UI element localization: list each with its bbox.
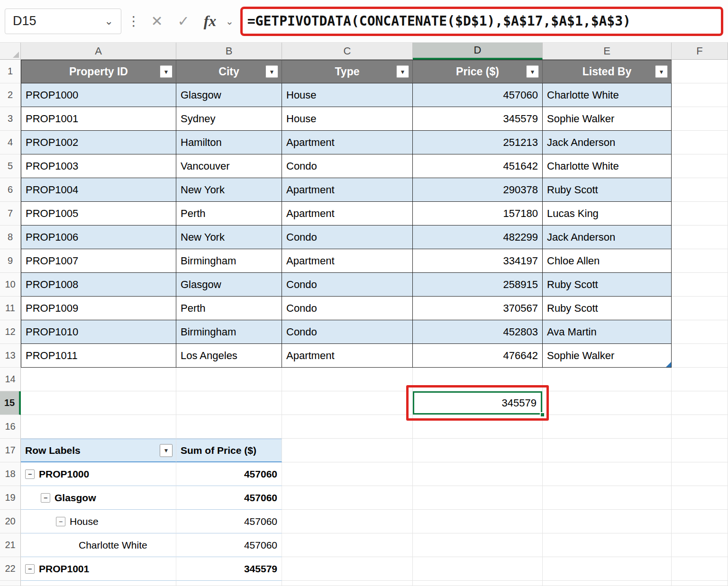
- cell[interactable]: Los Angeles: [176, 344, 282, 368]
- cell[interactable]: [21, 391, 176, 415]
- cell[interactable]: 451642: [413, 154, 543, 178]
- cell[interactable]: [543, 510, 672, 533]
- pivot-row-labels-header[interactable]: Row Labels▼: [21, 439, 176, 462]
- cell[interactable]: Glasgow: [176, 83, 282, 107]
- cell[interactable]: PROP1005: [21, 202, 176, 225]
- cell[interactable]: [543, 581, 672, 586]
- cell[interactable]: [672, 154, 728, 178]
- cell[interactable]: Condo: [282, 154, 413, 178]
- cell[interactable]: [543, 557, 672, 581]
- row-header[interactable]: 10: [0, 273, 21, 297]
- cell[interactable]: 476642: [413, 344, 543, 368]
- cell[interactable]: [672, 178, 728, 202]
- cell[interactable]: [543, 391, 672, 415]
- cell[interactable]: PROP1009: [21, 297, 176, 320]
- cell[interactable]: [672, 581, 728, 586]
- cell[interactable]: [282, 462, 413, 486]
- cell[interactable]: [413, 581, 543, 586]
- cell[interactable]: Hamilton: [176, 131, 282, 154]
- row-header[interactable]: 21: [0, 533, 21, 557]
- row-header[interactable]: 6: [0, 178, 21, 202]
- cell[interactable]: [176, 391, 282, 415]
- cell[interactable]: [282, 439, 413, 462]
- cell[interactable]: PROP1001: [21, 107, 176, 131]
- cell[interactable]: Vancouver: [176, 154, 282, 178]
- cell[interactable]: PROP1010: [21, 320, 176, 344]
- cell[interactable]: [672, 107, 728, 131]
- cell[interactable]: Birmingham: [176, 249, 282, 273]
- cell[interactable]: [413, 486, 543, 510]
- table-header-cell[interactable]: Listed By▼: [543, 60, 672, 83]
- cell[interactable]: [282, 415, 413, 439]
- chevron-down-icon[interactable]: ⌄: [226, 16, 234, 27]
- cell[interactable]: [282, 391, 413, 415]
- row-header-selected[interactable]: 15: [0, 391, 21, 415]
- cell[interactable]: [672, 533, 728, 557]
- cell[interactable]: [672, 249, 728, 273]
- cell[interactable]: PROP1003: [21, 154, 176, 178]
- cell[interactable]: [282, 557, 413, 581]
- formula-input[interactable]: =GETPIVOTDATA(CONCATENATE($D$1),$A$17,$A…: [240, 7, 723, 36]
- collapse-icon[interactable]: −: [25, 469, 35, 479]
- collapse-icon[interactable]: −: [25, 564, 35, 574]
- column-header-e[interactable]: E: [543, 43, 672, 60]
- pivot-values-header[interactable]: Sum of Price ($): [176, 439, 282, 462]
- cell[interactable]: [21, 581, 176, 586]
- cell[interactable]: [21, 415, 176, 439]
- pivot-label-cell[interactable]: −House: [21, 510, 176, 533]
- cell[interactable]: Charlotte White: [543, 83, 672, 107]
- cell[interactable]: 345579: [413, 107, 543, 131]
- cell[interactable]: House: [282, 107, 413, 131]
- cell[interactable]: [413, 533, 543, 557]
- row-header[interactable]: 13: [0, 344, 21, 368]
- fill-handle[interactable]: [540, 412, 545, 417]
- cell[interactable]: PROP1011: [21, 344, 176, 368]
- column-header-d-selected[interactable]: D: [413, 43, 543, 60]
- cell[interactable]: Sophie Walker: [543, 107, 672, 131]
- cell[interactable]: PROP1002: [21, 131, 176, 154]
- insert-function-icon[interactable]: fx: [199, 10, 221, 32]
- row-header[interactable]: 11: [0, 297, 21, 320]
- cell[interactable]: 452803: [413, 320, 543, 344]
- cell[interactable]: [543, 368, 672, 391]
- cell[interactable]: [282, 510, 413, 533]
- cell[interactable]: [672, 83, 728, 107]
- cell[interactable]: [672, 273, 728, 297]
- row-header[interactable]: 14: [0, 368, 21, 391]
- cell[interactable]: [543, 415, 672, 439]
- filter-dropdown-icon[interactable]: ▼: [526, 65, 539, 78]
- cell[interactable]: Glasgow: [176, 273, 282, 297]
- cell[interactable]: [282, 533, 413, 557]
- cancel-icon[interactable]: ✕: [146, 10, 168, 32]
- cell[interactable]: [672, 225, 728, 249]
- row-header[interactable]: 22: [0, 557, 21, 581]
- cell[interactable]: [413, 368, 543, 391]
- pivot-label-cell[interactable]: −PROP1000: [21, 462, 176, 486]
- cell[interactable]: Charlotte White: [543, 154, 672, 178]
- cell[interactable]: [176, 581, 282, 586]
- cell[interactable]: [672, 486, 728, 510]
- cell[interactable]: [672, 462, 728, 486]
- filter-dropdown-icon[interactable]: ▼: [655, 65, 668, 78]
- cell[interactable]: 258915: [413, 273, 543, 297]
- column-header-c[interactable]: C: [282, 43, 413, 60]
- column-header-f[interactable]: F: [672, 43, 728, 60]
- cell[interactable]: Apartment: [282, 249, 413, 273]
- cell[interactable]: [672, 344, 728, 368]
- cell[interactable]: [543, 439, 672, 462]
- cell[interactable]: 334197: [413, 249, 543, 273]
- cell[interactable]: PROP1008: [21, 273, 176, 297]
- cell[interactable]: Jack Anderson: [543, 225, 672, 249]
- cell[interactable]: Ruby Scott: [543, 273, 672, 297]
- pivot-value-cell[interactable]: 457060: [176, 510, 282, 533]
- table-header-cell[interactable]: Price ($)▼: [413, 60, 543, 83]
- cell[interactable]: [672, 297, 728, 320]
- cell[interactable]: [672, 320, 728, 344]
- row-header[interactable]: 12: [0, 320, 21, 344]
- row-header[interactable]: 3: [0, 107, 21, 131]
- row-header[interactable]: 1: [0, 60, 21, 83]
- cell[interactable]: Condo: [282, 225, 413, 249]
- select-all-corner[interactable]: [0, 43, 21, 60]
- row-header[interactable]: 5: [0, 154, 21, 178]
- row-header[interactable]: 8: [0, 225, 21, 249]
